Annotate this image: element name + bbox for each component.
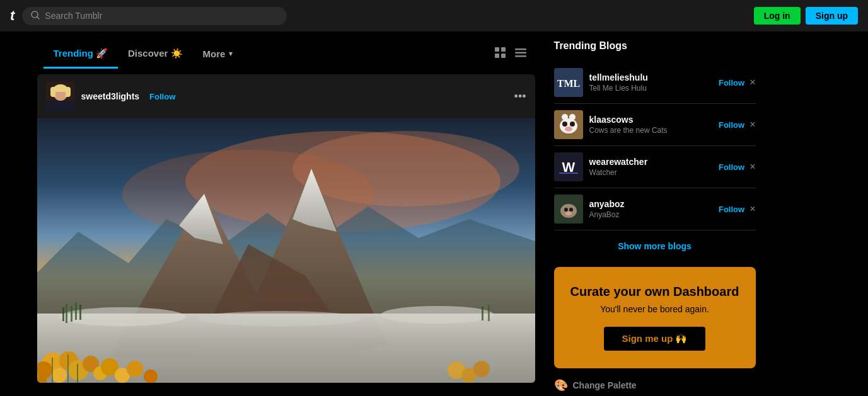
tab-more-label: More	[203, 48, 226, 59]
blog-name-3: anyaboz	[589, 199, 712, 209]
blog-tagline-0: Tell Me Lies Hulu	[589, 84, 712, 93]
svg-rect-45	[77, 364, 78, 383]
post-follow-button[interactable]: Follow	[149, 92, 175, 101]
svg-point-20	[59, 307, 185, 326]
show-more-blogs: Show more blogs	[554, 230, 756, 262]
blog-item: anyaboz AnyaBoz Follow ×	[554, 188, 756, 230]
chevron-down-icon: ▾	[229, 50, 233, 58]
svg-rect-27	[79, 305, 81, 320]
blog-name-1: klaascows	[589, 115, 712, 125]
blog-avatar-tellmelieshulu: TML	[554, 68, 583, 97]
change-palette[interactable]: 🎨 Change Palette	[554, 368, 756, 396]
svg-line-1	[37, 17, 39, 19]
svg-point-67	[565, 212, 572, 215]
main-layout: Trending 🚀 Discover ☀️ More ▾	[25, 31, 844, 396]
svg-point-65	[564, 208, 568, 212]
blog-item: W wearewatcher Watcher Follow ×	[554, 146, 756, 188]
post-user-info: sweetd3lights Follow	[81, 91, 176, 101]
svg-point-32	[52, 368, 67, 383]
tab-discover-label: Discover ☀️	[128, 48, 183, 59]
tab-discover[interactable]: Discover ☀️	[118, 40, 193, 69]
svg-point-53	[562, 122, 567, 127]
cta-card: Curate your own Dashboard You'll never b…	[554, 267, 756, 368]
post-card: sweetd3lights Follow •••	[37, 74, 535, 383]
post-image	[37, 118, 535, 383]
grid-view-button[interactable]	[492, 45, 509, 64]
svg-rect-7	[515, 52, 526, 54]
svg-rect-25	[62, 307, 64, 321]
svg-point-40	[127, 361, 143, 377]
svg-rect-3	[501, 47, 506, 52]
cta-subtitle: You'll never be bored again.	[567, 304, 743, 314]
search-icon	[31, 11, 40, 21]
dismiss-button-2[interactable]: ×	[749, 162, 755, 172]
dismiss-button-1[interactable]: ×	[749, 120, 755, 130]
follow-button-2[interactable]: Follow	[719, 162, 744, 172]
list-view-button[interactable]	[512, 45, 529, 64]
blog-avatar-anyaboz	[554, 195, 583, 223]
login-button[interactable]: Log in	[754, 7, 801, 25]
svg-rect-28	[488, 305, 490, 321]
show-more-blogs-link[interactable]: Show more blogs	[618, 241, 692, 251]
svg-point-48	[473, 361, 490, 377]
follow-button-0[interactable]: Follow	[719, 78, 744, 88]
blog-avatar-wearewatcher: W	[554, 152, 583, 181]
svg-rect-2	[495, 47, 499, 52]
svg-point-66	[569, 208, 573, 212]
header: t Log in Sign up	[0, 0, 868, 31]
blog-info-wearewatcher: wearewatcher Watcher	[589, 157, 712, 177]
post-more-button[interactable]: •••	[514, 90, 526, 103]
follow-button-1[interactable]: Follow	[719, 120, 744, 130]
dismiss-button-3[interactable]: ×	[749, 204, 755, 214]
right-sidebar: Trending Blogs TML tellmelieshulu Tell M…	[554, 31, 756, 396]
blog-name-2: wearewatcher	[589, 157, 712, 167]
svg-point-55	[565, 127, 572, 132]
tab-trending[interactable]: Trending 🚀	[43, 40, 119, 69]
blog-info-klaascows: klaascows Cows are the new Cats	[589, 115, 712, 135]
svg-point-12	[122, 150, 374, 238]
svg-rect-5	[501, 54, 506, 58]
svg-rect-23	[66, 304, 67, 323]
search-bar	[22, 7, 287, 25]
svg-rect-44	[67, 354, 69, 383]
blog-avatar-klaascows	[554, 110, 583, 139]
svg-rect-6	[515, 48, 526, 50]
svg-point-42	[144, 370, 158, 383]
blog-actions-2: Follow ×	[719, 162, 756, 172]
svg-rect-43	[52, 358, 53, 383]
post-header: sweetd3lights Follow •••	[37, 74, 535, 118]
tab-more[interactable]: More ▾	[193, 41, 243, 69]
svg-point-54	[570, 122, 575, 127]
blog-info-tellmelieshulu: tellmelieshulu Tell Me Lies Hulu	[589, 72, 712, 93]
blog-actions-3: Follow ×	[719, 204, 756, 214]
search-input[interactable]	[45, 11, 278, 21]
blog-tagline-2: Watcher	[589, 168, 712, 177]
blog-info-anyaboz: anyaboz AnyaBoz	[589, 199, 712, 219]
post-username: sweetd3lights	[81, 91, 140, 101]
tab-trending-label: Trending 🚀	[54, 48, 108, 59]
cta-title: Curate your own Dashboard	[567, 285, 743, 299]
post-header-actions: •••	[514, 90, 526, 103]
svg-point-57	[569, 114, 576, 120]
signup-button[interactable]: Sign up	[806, 7, 858, 25]
view-toggle	[492, 45, 535, 64]
avatar	[46, 82, 75, 111]
blog-name-0: tellmelieshulu	[589, 72, 712, 82]
cta-signup-button[interactable]: Sign me up 🙌	[604, 327, 705, 351]
dismiss-button-0[interactable]: ×	[749, 77, 755, 88]
blog-tagline-3: AnyaBoz	[589, 210, 712, 219]
svg-rect-29	[482, 307, 483, 320]
svg-point-56	[562, 114, 568, 120]
blog-actions-0: Follow ×	[719, 77, 756, 88]
tumblr-logo[interactable]: t	[10, 8, 14, 24]
nav-tabs: Trending 🚀 Discover ☀️ More ▾	[37, 40, 535, 68]
svg-rect-26	[75, 302, 77, 320]
follow-button-3[interactable]: Follow	[719, 205, 744, 214]
svg-rect-60	[559, 173, 578, 174]
svg-text:TML: TML	[557, 78, 579, 89]
blog-actions-1: Follow ×	[719, 120, 756, 130]
palette-icon: 🎨	[554, 378, 568, 392]
center-column: Trending 🚀 Discover ☀️ More ▾	[37, 31, 554, 396]
blog-item: klaascows Cows are the new Cats Follow ×	[554, 104, 756, 146]
svg-point-22	[381, 306, 494, 324]
